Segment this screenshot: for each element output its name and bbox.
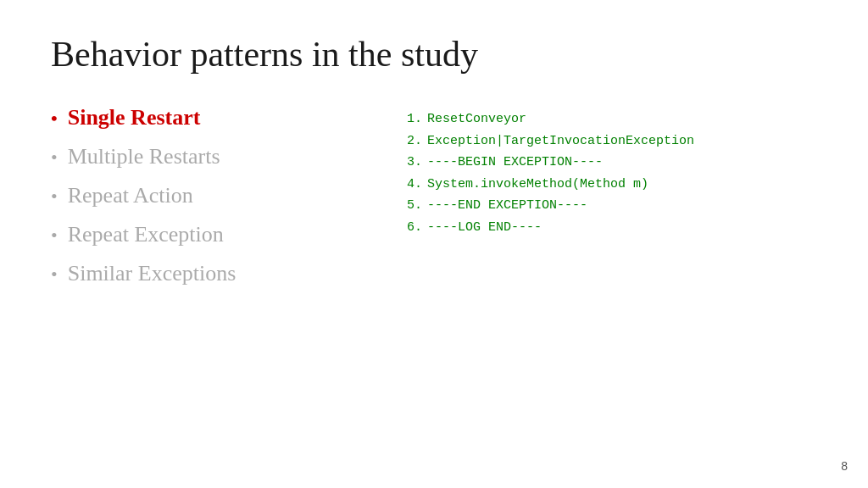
slide-number: 8 bbox=[841, 459, 848, 473]
line-content: ----END EXCEPTION---- bbox=[427, 195, 587, 217]
bullet-item-repeat-exception: •Repeat Exception bbox=[51, 222, 373, 247]
line-number: 1. bbox=[407, 108, 424, 130]
line-content: ----LOG END---- bbox=[427, 217, 542, 239]
bullet-dot: • bbox=[51, 147, 58, 169]
bullet-item-repeat-action: •Repeat Action bbox=[51, 183, 373, 208]
bullet-label: Multiple Restarts bbox=[68, 144, 220, 169]
bullet-item-similar-exceptions: •Similar Exceptions bbox=[51, 261, 373, 286]
code-line-3: 3.----BEGIN EXCEPTION---- bbox=[407, 152, 817, 174]
slide: Behavior patterns in the study •Single R… bbox=[0, 0, 868, 488]
code-line-2: 2.Exception|TargetInvocationException bbox=[407, 130, 817, 152]
bullet-label: Similar Exceptions bbox=[68, 261, 236, 286]
code-line-6: 6.----LOG END---- bbox=[407, 217, 817, 239]
line-number: 5. bbox=[407, 195, 424, 217]
bullet-item-single-restart: •Single Restart bbox=[51, 105, 373, 130]
content-area: •Single Restart•Multiple Restarts•Repeat… bbox=[51, 105, 817, 300]
line-content: System.invokeMethod(Method m) bbox=[427, 174, 648, 196]
bullet-item-multiple-restarts: •Multiple Restarts bbox=[51, 144, 373, 169]
bullet-label: Single Restart bbox=[68, 105, 201, 130]
code-line-5: 5.----END EXCEPTION---- bbox=[407, 195, 817, 217]
bullet-dot: • bbox=[51, 108, 58, 130]
line-content: Exception|TargetInvocationException bbox=[427, 130, 694, 152]
bullet-label: Repeat Action bbox=[68, 183, 193, 208]
line-number: 4. bbox=[407, 174, 424, 196]
bullet-label: Repeat Exception bbox=[68, 222, 224, 247]
bullet-list: •Single Restart•Multiple Restarts•Repeat… bbox=[51, 105, 373, 286]
line-content: ----BEGIN EXCEPTION---- bbox=[427, 152, 603, 174]
line-number: 2. bbox=[407, 130, 424, 152]
code-line-1: 1.ResetConveyor bbox=[407, 108, 817, 130]
line-number: 6. bbox=[407, 217, 424, 239]
code-line-4: 4. System.invokeMethod(Method m) bbox=[407, 174, 817, 196]
line-content: ResetConveyor bbox=[427, 108, 526, 130]
left-column: •Single Restart•Multiple Restarts•Repeat… bbox=[51, 105, 373, 300]
right-column: 1.ResetConveyor2.Exception|TargetInvocat… bbox=[407, 105, 817, 300]
line-number: 3. bbox=[407, 152, 424, 174]
bullet-dot: • bbox=[51, 225, 58, 247]
bullet-dot: • bbox=[51, 263, 58, 286]
slide-title: Behavior patterns in the study bbox=[51, 34, 817, 75]
bullet-dot: • bbox=[51, 186, 58, 208]
code-block: 1.ResetConveyor2.Exception|TargetInvocat… bbox=[407, 108, 817, 238]
